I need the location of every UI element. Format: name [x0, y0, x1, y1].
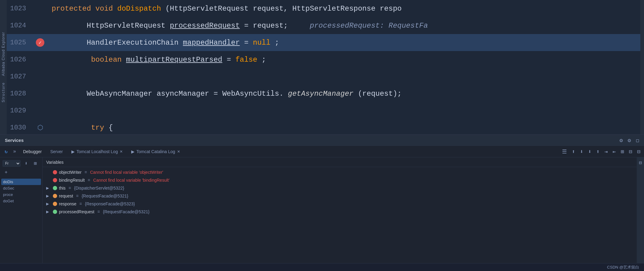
indent: HandlerExecutionChain: [52, 39, 183, 47]
line-number-1030: 1030: [7, 124, 31, 132]
frame-item-doGet[interactable]: doGet: [1, 198, 41, 204]
toolbar-split-icon[interactable]: ⊟: [636, 148, 642, 156]
tab-server[interactable]: Server: [47, 148, 67, 155]
breakpoint-1025[interactable]: ✓: [36, 38, 44, 47]
var-item-this[interactable]: ▶ this = {DispatcherServlet@5322}: [43, 184, 637, 192]
frame-label-doGet: doGet: [3, 199, 14, 203]
var-expand-response[interactable]: ▶: [46, 202, 51, 206]
var-expand-this[interactable]: ▶: [46, 186, 51, 190]
status-text: CSDN @艺术留白: [607, 265, 639, 270]
debug-down-btn[interactable]: ⬇: [22, 160, 30, 167]
code-content-1026: boolean multipartRequestParsed = false ;: [49, 56, 640, 64]
frame-item-doDis[interactable]: doDis: [1, 179, 41, 185]
toolbar-grid-icon[interactable]: ⊟: [628, 148, 633, 156]
frame-item-proce[interactable]: proce: [1, 191, 41, 198]
refresh-btn[interactable]: ↻: [2, 148, 10, 155]
debugger-right-panel: Variables objectWriter = Cannot find loc…: [43, 157, 637, 263]
keyword-protected: protected: [52, 5, 91, 13]
debug-filter-btn[interactable]: ⊞: [32, 160, 39, 167]
toolbar-up2-icon[interactable]: ⬆: [595, 148, 601, 156]
var-value-objectWriter: Cannot find local variable 'objectWriter…: [90, 170, 163, 175]
var-name-objectWriter: objectWriter: [59, 170, 81, 175]
var-dot-this: [53, 186, 57, 190]
structure-label: Structure: [1, 82, 5, 102]
frame-list: doDis doSec proce doGet: [1, 179, 41, 262]
code-content-1030: try {: [49, 124, 640, 132]
toolbar-down2-icon[interactable]: ⬇: [587, 148, 593, 156]
line-number-1024: 1024: [7, 22, 31, 29]
frame-item-doSec[interactable]: doSec: [1, 185, 41, 191]
code-line-1023: 1023 protected void doDispatch (HttpServ…: [7, 0, 640, 17]
right-side-tabs: ⊟: [637, 157, 644, 263]
toolbar-down-icon[interactable]: ⬇: [579, 148, 584, 156]
var-name-request: request: [59, 194, 73, 198]
debug-add-btn[interactable]: +: [2, 169, 10, 176]
more-btn[interactable]: »: [11, 148, 18, 155]
code-line-1028: 1028 WebAsyncManager asyncManager = WebA…: [7, 85, 640, 102]
var-name-this: this: [59, 186, 66, 190]
config-icon[interactable]: ⚙: [628, 137, 631, 144]
services-header: Services ⚙ ⚙ ◻: [0, 135, 644, 146]
var-multipartRequestParsed: multipartRequestParsed: [126, 56, 222, 64]
tab-tomcat-localhost-close[interactable]: ✕: [120, 149, 123, 154]
semicolon: ;: [262, 56, 266, 64]
var-mappedHandler: mappedHandler: [183, 39, 240, 47]
indent: WebAsyncManager asyncManager = WebAsyncU…: [52, 90, 283, 98]
var-item-request[interactable]: ▶ request = {RequestFacade@5321}: [43, 192, 637, 200]
false-value: false: [235, 56, 257, 64]
services-panel: Services ⚙ ⚙ ◻ ↻ » Debugger Server ▶ Tom…: [0, 134, 644, 271]
var-name-processedRequest: processedRequest: [59, 209, 94, 214]
var-eq-response: =: [78, 201, 83, 206]
line-number-1028: 1028: [7, 90, 31, 98]
line-number-1026: 1026: [7, 56, 31, 63]
tab-debugger[interactable]: Debugger: [19, 148, 46, 155]
var-expand-processedRequest[interactable]: ▶: [46, 210, 51, 214]
code-content-1028: WebAsyncManager asyncManager = WebAsyncU…: [49, 90, 640, 98]
code-line-1029: 1029: [7, 102, 640, 119]
semicolon: ;: [275, 39, 279, 47]
var-value-bindingResult: Cannot find local variable 'bindingResul…: [93, 178, 170, 183]
status-bar: CSDN @艺术留白: [0, 263, 644, 271]
code-content-1024: HttpServletRequest processedRequest = re…: [49, 22, 640, 30]
tab-tomcat-catalina-close[interactable]: ✕: [177, 149, 180, 154]
code-line-1026: 1026 boolean multipartRequestParsed = fa…: [7, 51, 640, 68]
var-eq-request: =: [75, 194, 80, 198]
var-dot-processedRequest: [53, 210, 57, 214]
maximize-icon[interactable]: ◻: [636, 137, 639, 144]
variables-list: objectWriter = Cannot find local variabl…: [43, 167, 637, 263]
hint-processedRequest: processedRequest: RequestFa: [292, 22, 428, 30]
code-lines-container: 1023 protected void doDispatch (HttpServ…: [7, 0, 640, 134]
tab-tomcat-catalina[interactable]: ▶ Tomcat Catalina Log ✕: [128, 148, 184, 155]
editor-scrollbar[interactable]: [640, 0, 644, 134]
code-line-1030: 1030 ⬡ try {: [7, 119, 640, 134]
keyword-void: void: [95, 5, 113, 13]
var-item-bindingResult[interactable]: bindingResult = Cannot find local variab…: [43, 176, 637, 184]
var-item-response[interactable]: ▶ response = {ResponseFacade@5323}: [43, 200, 637, 208]
right-icon-1[interactable]: ⊟: [639, 160, 642, 166]
var-eq-bindingResult: =: [87, 178, 91, 183]
code-line-1027: 1027: [7, 68, 640, 85]
var-item-objectWriter[interactable]: objectWriter = Cannot find local variabl…: [43, 168, 637, 176]
tab-tomcat-catalina-label: Tomcat Catalina Log: [136, 149, 175, 154]
variables-title: Variables: [46, 160, 63, 165]
frame-controls: Fr ⬇ ⊞ +: [1, 159, 41, 177]
var-value-request: {RequestFacade@5321}: [82, 194, 128, 198]
gutter-1025: ✓: [31, 38, 49, 47]
line-number-1025: 1025: [7, 39, 31, 46]
tab-tomcat-localhost[interactable]: ▶ Tomcat Localhost Log ✕: [68, 148, 126, 155]
services-title: Services: [5, 138, 24, 143]
var-expand-request[interactable]: ▶: [46, 194, 51, 198]
var-eq-objectWriter: =: [83, 170, 88, 175]
tab-tomcat-localhost-label: Tomcat Localhost Log: [77, 149, 118, 154]
toolbar-step-icon[interactable]: ⇥: [603, 148, 609, 156]
var-value-processedRequest: {RequestFacade@5321}: [103, 209, 150, 214]
toolbar-up-icon[interactable]: ⬆: [570, 148, 576, 156]
toolbar-table-icon[interactable]: ⊞: [619, 148, 625, 156]
frame-select[interactable]: Fr: [2, 160, 21, 167]
indent: [52, 124, 87, 132]
toolbar-stepout-icon[interactable]: ⇤: [611, 148, 617, 156]
assign: = request;: [244, 22, 288, 30]
var-item-processedRequest[interactable]: ▶ processedRequest = {RequestFacade@5321…: [43, 208, 637, 216]
toolbar-list-icon[interactable]: ☰: [561, 148, 568, 156]
settings-icon[interactable]: ⚙: [619, 137, 623, 144]
